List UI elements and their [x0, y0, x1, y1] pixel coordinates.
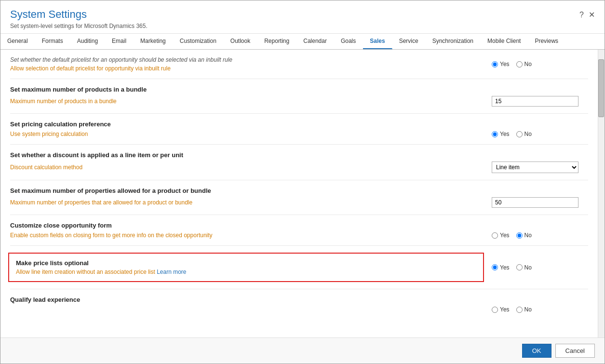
- setting-label-max-bundle: Maximum number of products in a bundle: [10, 98, 482, 105]
- radio-no-price-lists[interactable]: No: [516, 264, 532, 271]
- setting-control-qualify-lead: Yes No: [492, 306, 588, 313]
- radio-group-qualify-lead: Yes No: [492, 306, 532, 313]
- setting-title-max-props: Set maximum number of properties allowed…: [10, 187, 588, 194]
- radio-no-default-pricelist[interactable]: No: [516, 61, 532, 67]
- setting-control-price-lists: Yes No: [492, 264, 588, 271]
- header-text: System Settings Set system-level setting…: [10, 8, 148, 29]
- tab-synchronization[interactable]: Synchronization: [426, 34, 481, 49]
- tab-marketing[interactable]: Marketing: [134, 34, 173, 49]
- setting-control: Yes No: [492, 61, 588, 67]
- system-settings-dialog: System Settings Set system-level setting…: [0, 0, 605, 364]
- dialog-title: System Settings: [10, 8, 148, 21]
- dialog-footer: OK Cancel: [0, 337, 605, 364]
- content-area: Set whether the default pricelist for an…: [0, 50, 605, 337]
- cancel-button[interactable]: Cancel: [555, 344, 595, 358]
- header-actions: ? ✕: [579, 10, 595, 19]
- setting-row-price-lists: Make price lists optional Allow line ite…: [10, 253, 588, 282]
- radio-yes-qualify[interactable]: Yes: [492, 306, 510, 313]
- setting-title-pricing: Set pricing calculation preference: [10, 121, 588, 128]
- radio-no-pricing[interactable]: No: [516, 131, 532, 137]
- input-max-properties[interactable]: [492, 197, 578, 208]
- setting-row-pricing: Use system pricing calculation Yes No: [10, 131, 588, 137]
- input-max-bundle[interactable]: [492, 96, 578, 107]
- setting-row-discount: Discount calculation method Line item Pe…: [10, 162, 588, 173]
- radio-group-price-lists: Yes No: [492, 264, 532, 271]
- tab-service[interactable]: Service: [392, 34, 426, 49]
- setting-label-pricing: Use system pricing calculation: [10, 131, 482, 137]
- setting-max-bundle: Set maximum number of products in a bund…: [10, 79, 588, 114]
- radio-group-default-pricelist: Yes No: [492, 61, 532, 67]
- setting-control-max-props: [492, 197, 588, 208]
- setting-label-discount: Discount calculation method: [10, 164, 482, 171]
- price-lists-highlight-box: Make price lists optional Allow line ite…: [8, 253, 484, 282]
- tab-sales[interactable]: Sales: [363, 34, 392, 49]
- setting-title-partial: Set whether the default pricelist for an…: [10, 56, 482, 63]
- tabs-container: General Formats Auditing Email Marketing…: [0, 34, 605, 50]
- tab-outlook[interactable]: Outlook: [224, 34, 257, 49]
- setting-row: Set whether the default pricelist for an…: [10, 56, 588, 72]
- setting-title-qualify-lead: Qualify lead experience: [10, 296, 588, 303]
- setting-label-close-opp: Enable custom fields on closing form to …: [10, 232, 482, 239]
- tab-calendar[interactable]: Calendar: [296, 34, 334, 49]
- radio-no-close-opp[interactable]: No: [516, 232, 532, 239]
- setting-max-properties: Set maximum number of properties allowed…: [10, 180, 588, 215]
- tab-goals[interactable]: Goals: [334, 34, 363, 49]
- setting-default-pricelist: Set whether the default pricelist for an…: [10, 50, 588, 79]
- scrollbar-thumb[interactable]: [598, 59, 604, 117]
- setting-title-close-opp: Customize close opportunity form: [10, 222, 588, 229]
- scrollable-content[interactable]: Set whether the default pricelist for an…: [0, 50, 598, 337]
- setting-label-price-lists: Allow line item creation without an asso…: [16, 269, 476, 275]
- setting-price-lists: Make price lists optional Allow line ite…: [10, 246, 588, 289]
- setting-label: Allow selection of default pricelist for…: [10, 65, 482, 72]
- select-discount-method[interactable]: Line item Per unit: [492, 162, 578, 173]
- setting-control-discount: Line item Per unit: [492, 162, 588, 173]
- dialog-header: System Settings Set system-level setting…: [0, 0, 605, 34]
- setting-control-close-opp: Yes No: [492, 232, 588, 239]
- setting-title-max-bundle: Set maximum number of products in a bund…: [10, 86, 588, 93]
- ok-button[interactable]: OK: [522, 344, 551, 358]
- tab-customization[interactable]: Customization: [173, 34, 224, 49]
- setting-close-opportunity: Customize close opportunity form Enable …: [10, 215, 588, 246]
- setting-row-qualify-lead: Yes No: [10, 306, 588, 313]
- radio-yes-price-lists[interactable]: Yes: [492, 264, 510, 271]
- learn-more-link[interactable]: Learn more: [157, 269, 186, 275]
- setting-qualify-lead: Qualify lead experience Yes No: [10, 289, 588, 320]
- tab-formats[interactable]: Formats: [35, 34, 70, 49]
- setting-row-close-opp: Enable custom fields on closing form to …: [10, 232, 588, 239]
- setting-control-pricing: Yes No: [492, 131, 588, 137]
- radio-group-pricing: Yes No: [492, 131, 532, 137]
- help-icon[interactable]: ?: [579, 11, 584, 19]
- tab-mobile-client[interactable]: Mobile Client: [481, 34, 528, 49]
- radio-yes-pricing[interactable]: Yes: [492, 131, 510, 137]
- setting-row-max-props: Maximum number of properties that are al…: [10, 197, 588, 208]
- setting-title-discount: Set whether a discount is applied as a l…: [10, 151, 588, 159]
- setting-discount: Set whether a discount is applied as a l…: [10, 145, 588, 180]
- scrollbar-track[interactable]: [598, 50, 605, 337]
- radio-yes-default-pricelist[interactable]: Yes: [492, 61, 510, 67]
- tab-reporting[interactable]: Reporting: [257, 34, 296, 49]
- tab-previews[interactable]: Previews: [528, 34, 565, 49]
- setting-title-price-lists: Make price lists optional: [16, 259, 476, 267]
- setting-label-max-props: Maximum number of properties that are al…: [10, 199, 482, 206]
- tab-general[interactable]: General: [0, 34, 35, 49]
- radio-no-qualify[interactable]: No: [516, 306, 532, 313]
- close-icon[interactable]: ✕: [589, 10, 595, 19]
- tab-email[interactable]: Email: [105, 34, 134, 49]
- setting-row-max-bundle: Maximum number of products in a bundle: [10, 96, 588, 107]
- setting-control-max-bundle: [492, 96, 588, 107]
- tab-auditing[interactable]: Auditing: [70, 34, 105, 49]
- setting-pricing-calc: Set pricing calculation preference Use s…: [10, 114, 588, 145]
- radio-yes-close-opp[interactable]: Yes: [492, 232, 510, 239]
- radio-group-close-opp: Yes No: [492, 232, 532, 239]
- dialog-subtitle: Set system-level settings for Microsoft …: [10, 23, 148, 29]
